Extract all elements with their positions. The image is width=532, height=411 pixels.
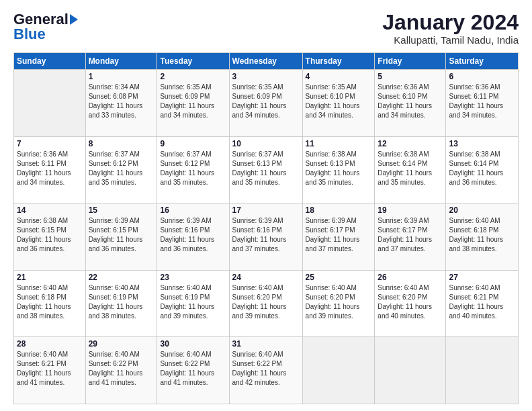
day-info: Sunrise: 6:35 AMSunset: 6:09 PMDaylight:… <box>160 83 226 120</box>
day-number: 31 <box>232 339 300 349</box>
day-info: Sunrise: 6:37 AMSunset: 6:12 PMDaylight:… <box>160 150 226 187</box>
day-info: Sunrise: 6:36 AMSunset: 6:11 PMDaylight:… <box>17 150 83 187</box>
day-number: 13 <box>449 139 515 148</box>
day-number: 16 <box>160 205 226 215</box>
day-number: 15 <box>89 205 154 215</box>
day-info: Sunrise: 6:40 AMSunset: 6:18 PMDaylight:… <box>17 283 83 321</box>
day-number: 17 <box>232 205 300 215</box>
header-sunday: Sunday <box>14 53 86 70</box>
day-info: Sunrise: 6:35 AMSunset: 6:10 PMDaylight:… <box>306 83 372 120</box>
day-info: Sunrise: 6:38 AMSunset: 6:15 PMDaylight:… <box>17 216 83 254</box>
day-number: 19 <box>378 205 443 215</box>
day-info: Sunrise: 6:40 AMSunset: 6:19 PMDaylight:… <box>160 283 226 321</box>
day-info: Sunrise: 6:39 AMSunset: 6:17 PMDaylight:… <box>378 216 443 254</box>
day-info: Sunrise: 6:40 AMSunset: 6:22 PMDaylight:… <box>160 350 226 387</box>
day-number: 12 <box>378 139 443 148</box>
day-info: Sunrise: 6:34 AMSunset: 6:08 PMDaylight:… <box>89 83 154 120</box>
day-number: 5 <box>378 72 443 81</box>
week-row-3: 14Sunrise: 6:38 AMSunset: 6:15 PMDayligh… <box>14 203 519 271</box>
day-number: 2 <box>160 72 226 81</box>
day-number: 9 <box>160 139 226 148</box>
day-cell: 2Sunrise: 6:35 AMSunset: 6:09 PMDaylight… <box>157 70 229 137</box>
day-number: 29 <box>89 339 154 349</box>
day-number: 11 <box>306 139 372 148</box>
day-cell: 21Sunrise: 6:40 AMSunset: 6:18 PMDayligh… <box>14 270 86 337</box>
day-number: 18 <box>306 205 372 215</box>
day-cell: 6Sunrise: 6:36 AMSunset: 6:11 PMDaylight… <box>446 70 519 137</box>
day-cell: 27Sunrise: 6:40 AMSunset: 6:21 PMDayligh… <box>446 270 519 337</box>
day-number: 6 <box>449 72 515 81</box>
day-info: Sunrise: 6:39 AMSunset: 6:16 PMDaylight:… <box>160 216 226 254</box>
day-cell <box>446 337 519 404</box>
day-cell <box>14 70 86 137</box>
day-info: Sunrise: 6:39 AMSunset: 6:15 PMDaylight:… <box>89 216 154 254</box>
day-info: Sunrise: 6:37 AMSunset: 6:13 PMDaylight:… <box>232 150 300 187</box>
week-row-5: 28Sunrise: 6:40 AMSunset: 6:21 PMDayligh… <box>14 337 519 404</box>
day-number: 20 <box>449 205 515 215</box>
day-cell: 24Sunrise: 6:40 AMSunset: 6:20 PMDayligh… <box>229 270 302 337</box>
day-info: Sunrise: 6:39 AMSunset: 6:16 PMDaylight:… <box>232 216 300 254</box>
day-cell <box>375 337 446 404</box>
day-cell: 4Sunrise: 6:35 AMSunset: 6:10 PMDaylight… <box>302 70 375 137</box>
day-cell: 15Sunrise: 6:39 AMSunset: 6:15 PMDayligh… <box>85 203 157 271</box>
day-number: 8 <box>89 139 154 148</box>
calendar-header: Sunday Monday Tuesday Wednesday Thursday… <box>14 53 519 70</box>
day-info: Sunrise: 6:40 AMSunset: 6:21 PMDaylight:… <box>449 283 515 321</box>
day-cell: 10Sunrise: 6:37 AMSunset: 6:13 PMDayligh… <box>229 136 302 203</box>
subtitle: Kallupatti, Tamil Nadu, India <box>382 34 519 46</box>
day-number: 30 <box>160 339 226 349</box>
header-thursday: Thursday <box>302 53 375 70</box>
header-wednesday: Wednesday <box>229 53 302 70</box>
day-number: 25 <box>306 273 372 282</box>
day-info: Sunrise: 6:39 AMSunset: 6:17 PMDaylight:… <box>306 216 372 254</box>
title-block: January 2024 Kallupatti, Tamil Nadu, Ind… <box>382 11 519 46</box>
header-saturday: Saturday <box>446 53 519 70</box>
logo-arrow-icon <box>70 14 78 25</box>
day-cell: 25Sunrise: 6:40 AMSunset: 6:20 PMDayligh… <box>302 270 375 337</box>
header-monday: Monday <box>85 53 157 70</box>
day-info: Sunrise: 6:38 AMSunset: 6:13 PMDaylight:… <box>306 150 372 187</box>
calendar-body: 1Sunrise: 6:34 AMSunset: 6:08 PMDaylight… <box>14 70 519 404</box>
day-info: Sunrise: 6:35 AMSunset: 6:09 PMDaylight:… <box>232 83 300 120</box>
day-number: 14 <box>17 205 83 215</box>
day-number: 4 <box>306 72 372 81</box>
day-cell: 18Sunrise: 6:39 AMSunset: 6:17 PMDayligh… <box>302 203 375 271</box>
week-row-2: 7Sunrise: 6:36 AMSunset: 6:11 PMDaylight… <box>14 136 519 203</box>
day-number: 21 <box>17 273 83 282</box>
day-info: Sunrise: 6:40 AMSunset: 6:22 PMDaylight:… <box>232 350 300 387</box>
day-cell: 22Sunrise: 6:40 AMSunset: 6:19 PMDayligh… <box>85 270 157 337</box>
day-info: Sunrise: 6:40 AMSunset: 6:22 PMDaylight:… <box>89 350 154 387</box>
day-cell: 23Sunrise: 6:40 AMSunset: 6:19 PMDayligh… <box>157 270 229 337</box>
day-info: Sunrise: 6:36 AMSunset: 6:10 PMDaylight:… <box>378 83 443 120</box>
day-number: 1 <box>89 72 154 81</box>
week-row-1: 1Sunrise: 6:34 AMSunset: 6:08 PMDaylight… <box>14 70 519 137</box>
day-cell: 17Sunrise: 6:39 AMSunset: 6:16 PMDayligh… <box>229 203 302 271</box>
day-cell: 29Sunrise: 6:40 AMSunset: 6:22 PMDayligh… <box>85 337 157 404</box>
day-cell: 16Sunrise: 6:39 AMSunset: 6:16 PMDayligh… <box>157 203 229 271</box>
day-number: 22 <box>89 273 154 282</box>
header-tuesday: Tuesday <box>157 53 229 70</box>
day-cell: 31Sunrise: 6:40 AMSunset: 6:22 PMDayligh… <box>229 337 302 404</box>
day-number: 10 <box>232 139 300 148</box>
day-number: 7 <box>17 139 83 148</box>
day-info: Sunrise: 6:38 AMSunset: 6:14 PMDaylight:… <box>378 150 443 187</box>
day-number: 26 <box>378 273 443 282</box>
header: General Blue January 2024 Kallupatti, Ta… <box>13 11 519 46</box>
day-cell: 30Sunrise: 6:40 AMSunset: 6:22 PMDayligh… <box>157 337 229 404</box>
day-number: 23 <box>160 273 226 282</box>
day-cell: 26Sunrise: 6:40 AMSunset: 6:20 PMDayligh… <box>375 270 446 337</box>
day-info: Sunrise: 6:40 AMSunset: 6:20 PMDaylight:… <box>232 283 300 321</box>
day-cell: 20Sunrise: 6:40 AMSunset: 6:18 PMDayligh… <box>446 203 519 271</box>
day-number: 28 <box>17 339 83 349</box>
day-number: 27 <box>449 273 515 282</box>
day-cell: 1Sunrise: 6:34 AMSunset: 6:08 PMDaylight… <box>85 70 157 137</box>
day-cell: 8Sunrise: 6:37 AMSunset: 6:12 PMDaylight… <box>85 136 157 203</box>
week-row-4: 21Sunrise: 6:40 AMSunset: 6:18 PMDayligh… <box>14 270 519 337</box>
main-title: January 2024 <box>382 11 519 34</box>
day-cell: 3Sunrise: 6:35 AMSunset: 6:09 PMDaylight… <box>229 70 302 137</box>
day-info: Sunrise: 6:38 AMSunset: 6:14 PMDaylight:… <box>449 150 515 187</box>
day-cell: 11Sunrise: 6:38 AMSunset: 6:13 PMDayligh… <box>302 136 375 203</box>
day-info: Sunrise: 6:40 AMSunset: 6:21 PMDaylight:… <box>17 350 83 387</box>
day-info: Sunrise: 6:37 AMSunset: 6:12 PMDaylight:… <box>89 150 154 187</box>
page: General Blue January 2024 Kallupatti, Ta… <box>0 0 532 411</box>
